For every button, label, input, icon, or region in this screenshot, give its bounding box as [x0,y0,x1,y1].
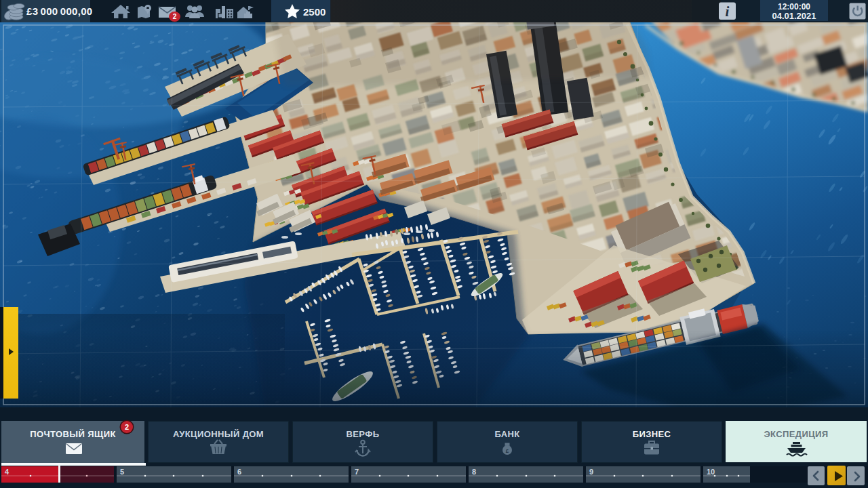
svg-text:i: i [726,3,730,20]
svg-text:£: £ [506,448,509,454]
